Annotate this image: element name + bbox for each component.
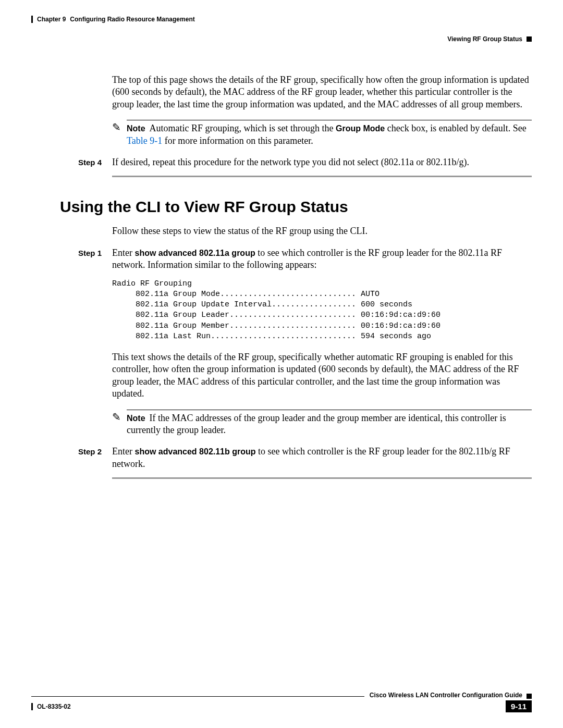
step-2-text: Enter show advanced 802.11b group to see…: [112, 446, 532, 470]
footer-rule: [31, 696, 364, 697]
step-1-text: Enter show advanced 802.11a group to see…: [112, 247, 532, 272]
footer-square-icon: [527, 694, 532, 699]
note1-text-after: for more information on this parameter.: [162, 135, 313, 146]
running-footer: Cisco Wireless LAN Controller Configurat…: [31, 692, 532, 712]
follow-text: Follow these steps to view the status of…: [112, 225, 532, 237]
step1-pre: Enter: [112, 248, 134, 258]
note-pencil-icon: ✎: [112, 410, 127, 423]
footer-bar-icon: [31, 703, 33, 710]
explain-paragraph: This text shows the details of the RF gr…: [112, 351, 532, 400]
page: Chapter 9 Configuring Radio Resource Man…: [0, 0, 563, 728]
footer-doc-id: OL-8335-02: [37, 703, 71, 710]
note-block-1: ✎ NoteAutomatic RF grouping, which is se…: [112, 120, 532, 147]
note-label: Note: [127, 414, 145, 423]
step-1-row: Step 1 Enter show advanced 802.11a group…: [78, 247, 532, 272]
section-title: Viewing RF Group Status: [447, 35, 522, 43]
note-block-2: ✎ NoteIf the MAC addresses of the group …: [112, 410, 532, 437]
step-1-label: Step 1: [78, 249, 112, 257]
note1-text-mid: check box, is enabled by default. See: [385, 123, 526, 133]
step-2-row: Step 2 Enter show advanced 802.11b group…: [78, 446, 532, 470]
table-link[interactable]: Table 9-1: [127, 135, 162, 146]
header-square-icon: [527, 36, 532, 42]
chapter-label: Chapter 9: [37, 16, 66, 23]
footer-guide-title: Cisco Wireless LAN Controller Configurat…: [370, 692, 522, 699]
step1-bold: show advanced 802.11a group: [134, 249, 255, 257]
step2-bold: show advanced 802.11b group: [134, 447, 255, 456]
step-4-label: Step 4: [78, 158, 112, 167]
note1-text-before: Automatic RF grouping, which is set thro…: [150, 123, 336, 133]
step-4-text: If desired, repeat this procedure for th…: [112, 156, 532, 168]
note-label: Note: [127, 124, 145, 133]
header-left: Chapter 9 Configuring Radio Resource Man…: [31, 16, 195, 23]
page-number: 9-11: [506, 700, 532, 712]
note2-text: If the MAC addresses of the group leader…: [127, 413, 506, 435]
note-rule: [127, 410, 532, 410]
content: The top of this page shows the details o…: [31, 74, 532, 479]
header-right: Viewing RF Group Status: [447, 35, 532, 43]
footer-left: OL-8335-02: [31, 703, 71, 710]
running-header: Chapter 9 Configuring Radio Resource Man…: [31, 16, 532, 43]
note1-bold: Group Mode: [336, 124, 385, 133]
note-pencil-icon: ✎: [112, 120, 127, 133]
note-rule: [127, 120, 532, 120]
section-heading: Using the CLI to View RF Group Status: [60, 198, 532, 216]
step2-pre: Enter: [112, 446, 134, 456]
section-divider: [112, 176, 532, 177]
step-2-label: Step 2: [78, 447, 112, 456]
header-bar-icon: [31, 16, 33, 23]
step-4-row: Step 4 If desired, repeat this procedure…: [78, 156, 532, 168]
section-divider: [112, 477, 532, 479]
cli-output: Radio RF Grouping 802.11a Group Mode....…: [112, 279, 532, 342]
chapter-title: Configuring Radio Resource Management: [70, 16, 194, 23]
intro-paragraph: The top of this page shows the details o…: [112, 74, 532, 110]
